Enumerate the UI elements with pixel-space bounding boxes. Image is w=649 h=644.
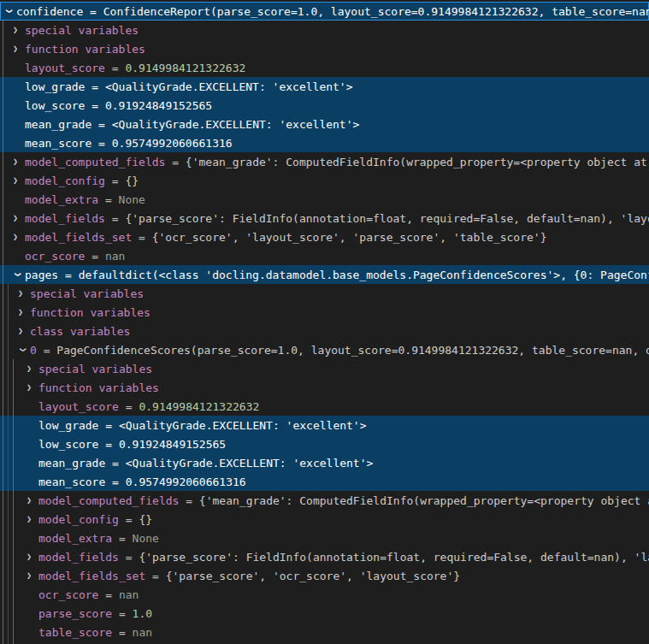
equals-sign: =: [98, 588, 118, 601]
variable-row[interactable]: ❯function variables: [0, 378, 649, 397]
variable-name: mean_score: [25, 137, 91, 150]
equals-sign: =: [105, 62, 125, 74]
variable-row[interactable]: ❯model_fields = {'parse_score': FieldInf…: [0, 547, 649, 566]
variable-name: layout_score: [38, 400, 119, 413]
variable-row[interactable]: ❯model_config = {}: [0, 510, 649, 529]
variable-name: low_score: [38, 438, 98, 451]
variable-value: defaultdict(<class 'docling.datamodel.ba…: [79, 269, 649, 281]
variable-row[interactable]: ocr_score = nan: [0, 246, 649, 265]
variable-row[interactable]: ❯model_fields_set = {'parse_score', 'ocr…: [0, 566, 649, 585]
variable-row[interactable]: ❯class variables: [0, 322, 649, 340]
variable-name: function variables: [38, 381, 159, 394]
variable-row[interactable]: mean_score = 0.9574992060661316: [0, 133, 649, 152]
variable-row[interactable]: ❯special variables: [0, 284, 649, 303]
equals-sign: =: [85, 250, 104, 263]
variable-row[interactable]: ❯model_computed_fields = {'mean_grade': …: [0, 152, 649, 171]
chevron-right-icon[interactable]: ❯: [11, 21, 25, 39]
chevron-right-icon[interactable]: ❯: [16, 303, 30, 322]
equals-sign: =: [85, 99, 104, 112]
equals-sign: =: [58, 269, 78, 281]
variable-row[interactable]: model_extra = None: [0, 190, 649, 209]
variable-name: model_computed_fields: [25, 156, 165, 168]
variable-name: model_fields: [38, 551, 119, 564]
variable-row[interactable]: mean_score = 0.9574992060661316: [0, 472, 649, 491]
equals-sign: =: [105, 457, 125, 470]
chevron-down-icon[interactable]: ❯: [0, 4, 19, 18]
variable-row[interactable]: mean_grade = <QualityGrade.EXCELLENT: 'e…: [0, 115, 649, 133]
equals-sign: =: [98, 193, 118, 206]
chevron-down-icon[interactable]: ❯: [9, 268, 27, 281]
equals-sign: =: [179, 494, 198, 507]
variable-name: model_fields: [25, 212, 105, 225]
variable-row[interactable]: ❯special variables: [0, 21, 649, 39]
chevron-right-icon[interactable]: ❯: [11, 39, 25, 58]
variable-name: function variables: [25, 43, 145, 56]
equals-sign: =: [119, 551, 139, 564]
variable-name: confidence: [16, 5, 83, 18]
variable-value: {'parse_score', 'ocr_score', 'layout_sco…: [166, 570, 460, 582]
variable-value: {'mean_grade': ComputedFieldInfo(wrapped…: [199, 494, 649, 507]
chevron-right-icon[interactable]: ❯: [16, 284, 30, 303]
chevron-down-icon[interactable]: ❯: [14, 343, 32, 357]
variable-value: 0.9149984121322632: [139, 400, 259, 413]
variable-row[interactable]: ❯function variables: [0, 39, 649, 58]
variable-row[interactable]: layout_score = 0.9149984121322632: [0, 397, 649, 416]
equals-sign: =: [132, 231, 151, 244]
equals-sign: =: [119, 400, 139, 413]
variable-row[interactable]: model_extra = None: [0, 529, 649, 547]
chevron-right-icon[interactable]: ❯: [25, 378, 38, 397]
variable-name: model_computed_fields: [38, 494, 179, 507]
variable-value: {}: [125, 174, 139, 187]
chevron-right-icon[interactable]: ❯: [11, 152, 25, 171]
variable-row[interactable]: ❯model_computed_fields = {'mean_grade': …: [0, 491, 649, 510]
variable-row[interactable]: low_grade = <QualityGrade.EXCELLENT: 'ex…: [0, 416, 649, 434]
variable-row[interactable]: ❯pages = defaultdict(<class 'docling.dat…: [0, 265, 649, 284]
variable-value: None: [119, 193, 145, 206]
variable-value: {'ocr_score', 'layout_score', 'parse_sco…: [152, 231, 547, 244]
variable-value: {}: [139, 513, 152, 526]
variable-row[interactable]: ❯0 = PageConfidenceScores(parse_score=1.…: [0, 340, 649, 359]
variable-value: 1.0: [133, 607, 152, 620]
variable-row[interactable]: table_score = nan: [0, 623, 649, 641]
chevron-right-icon[interactable]: ❯: [25, 510, 38, 529]
chevron-right-icon[interactable]: ❯: [11, 171, 25, 190]
variables-panel: ❯confidence = ConfidenceReport(parse_sco…: [0, 0, 649, 644]
variable-row[interactable]: low_score = 0.91924849152565: [0, 96, 649, 115]
chevron-right-icon[interactable]: ❯: [11, 209, 25, 227]
equals-sign: =: [112, 607, 132, 620]
variable-row[interactable]: layout_score = 0.9149984121322632: [0, 58, 649, 77]
variable-name: function variables: [30, 306, 150, 319]
variable-row[interactable]: ❯function variables: [0, 303, 649, 322]
variable-name: layout_score: [25, 62, 105, 74]
chevron-right-icon[interactable]: ❯: [25, 359, 38, 378]
variable-row[interactable]: low_score = 0.91924849152565: [0, 434, 649, 453]
variable-value: {'parse_score': FieldInfo(annotation=flo…: [139, 551, 649, 564]
variable-row[interactable]: parse_score = 1.0: [0, 604, 649, 623]
variable-name: low_score: [25, 99, 85, 112]
equals-sign: =: [98, 419, 118, 432]
variable-name: mean_grade: [38, 457, 105, 470]
variable-row[interactable]: ❯model_config = {}: [0, 171, 649, 190]
variable-name: ocr_score: [38, 588, 98, 601]
variable-value: {'parse_score': FieldInfo(annotation=flo…: [125, 212, 649, 225]
variable-row[interactable]: low_grade = <QualityGrade.EXCELLENT: 'ex…: [0, 77, 649, 96]
variable-row[interactable]: mean_grade = <QualityGrade.EXCELLENT: 'e…: [0, 453, 649, 472]
chevron-right-icon[interactable]: ❯: [16, 322, 30, 340]
variable-row[interactable]: ❯model_fields_set = {'ocr_score', 'layou…: [0, 227, 649, 246]
variable-name: model_extra: [25, 193, 98, 206]
variable-row[interactable]: ❯confidence = ConfidenceReport(parse_sco…: [0, 2, 649, 21]
chevron-right-icon[interactable]: ❯: [11, 227, 25, 246]
chevron-right-icon[interactable]: ❯: [25, 491, 38, 510]
chevron-right-icon[interactable]: ❯: [25, 566, 38, 585]
variable-value: nan: [119, 588, 139, 601]
equals-sign: =: [37, 344, 56, 357]
variable-row[interactable]: ocr_score = nan: [0, 585, 649, 604]
variable-name: low_grade: [25, 80, 85, 93]
chevron-right-icon[interactable]: ❯: [25, 547, 38, 566]
equals-sign: =: [105, 174, 125, 187]
equals-sign: =: [112, 532, 132, 545]
variable-row[interactable]: ❯model_fields = {'parse_score': FieldInf…: [0, 209, 649, 227]
variable-name: ocr_score: [25, 250, 85, 263]
variable-value: <QualityGrade.EXCELLENT: 'excellent'>: [119, 419, 367, 432]
variable-row[interactable]: ❯special variables: [0, 359, 649, 378]
